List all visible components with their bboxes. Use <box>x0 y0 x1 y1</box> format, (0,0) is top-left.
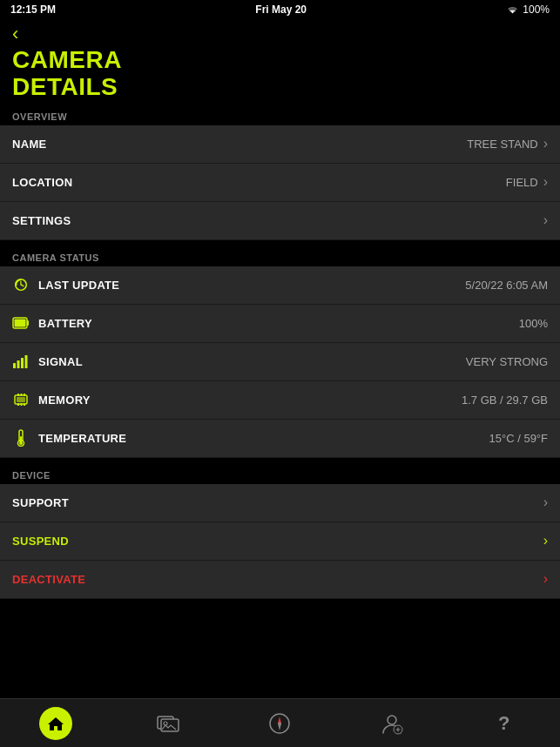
status-time: 12:15 PM <box>10 3 56 16</box>
location-label: LOCATION <box>12 176 72 189</box>
battery-text: 100% <box>523 3 550 16</box>
temperature-left: TEMPERATURE <box>12 429 126 447</box>
signal-value: VERY STRONG <box>466 355 548 368</box>
support-chevron-icon: › <box>543 495 548 510</box>
home-icon <box>39 707 72 740</box>
battery-left: BATTERY <box>12 314 92 332</box>
name-value: TREE STAND › <box>467 136 548 151</box>
name-row[interactable]: NAME TREE STAND › <box>0 125 560 164</box>
nav-home[interactable] <box>0 699 112 747</box>
svg-rect-4 <box>15 320 26 327</box>
nav-compass[interactable] <box>224 699 336 747</box>
name-row-left: NAME <box>12 138 46 151</box>
history-icon <box>12 276 30 293</box>
nav-account[interactable] <box>336 699 449 747</box>
svg-rect-7 <box>21 358 24 368</box>
signal-left: SIGNAL <box>12 353 83 370</box>
last-update-value: 5/20/22 6:05 AM <box>465 279 548 292</box>
status-date: Fri May 20 <box>255 3 307 16</box>
memory-label: MEMORY <box>38 394 91 407</box>
settings-row[interactable]: SETTINGS › <box>0 202 560 240</box>
account-icon <box>380 711 404 736</box>
svg-rect-6 <box>17 360 20 368</box>
suspend-label: SUSPEND <box>12 535 69 548</box>
suspend-row[interactable]: SUSPEND › <box>0 522 560 561</box>
signal-icon <box>12 353 30 370</box>
temperature-value: 15°C / 59°F <box>489 432 548 445</box>
svg-rect-11 <box>21 394 23 396</box>
settings-label: SETTINGS <box>12 214 71 227</box>
battery-icon <box>12 314 30 332</box>
page-title: CAMERADETAILS <box>12 47 548 101</box>
gap-2 <box>0 458 560 465</box>
location-row-left: LOCATION <box>12 176 72 189</box>
name-label: NAME <box>12 138 46 151</box>
svg-rect-5 <box>13 363 16 368</box>
last-update-left: LAST UPDATE <box>12 276 119 293</box>
signal-label: SIGNAL <box>38 355 83 368</box>
device-section-label: DEVICE <box>0 465 560 484</box>
memory-row: MEMORY 1.7 GB / 29.7 GB <box>0 381 560 420</box>
battery-label: BATTERY <box>38 317 92 330</box>
settings-chevron-icon: › <box>543 212 548 228</box>
deactivate-label: DEACTIVATE <box>12 573 85 586</box>
battery-row: BATTERY 100% <box>0 305 560 343</box>
svg-point-20 <box>19 441 23 445</box>
svg-rect-14 <box>21 403 23 406</box>
memory-value: 1.7 GB / 29.7 GB <box>462 394 548 407</box>
deactivate-chevron-icon: › <box>543 571 548 587</box>
last-update-row: LAST UPDATE 5/20/22 6:05 AM <box>0 266 560 305</box>
suspend-chevron-icon: › <box>543 533 548 548</box>
status-right: 100% <box>506 3 550 16</box>
location-row[interactable]: LOCATION FIELD › <box>0 164 560 202</box>
battery-value: 100% <box>519 317 548 330</box>
last-update-label: LAST UPDATE <box>38 279 119 292</box>
svg-rect-13 <box>17 403 19 406</box>
settings-row-left: SETTINGS <box>12 214 71 227</box>
back-button[interactable]: ‹ <box>12 24 548 44</box>
memory-icon <box>12 391 30 408</box>
svg-rect-16 <box>17 397 25 402</box>
deactivate-row[interactable]: DEACTIVATE › <box>0 561 560 599</box>
compass-icon <box>267 711 292 736</box>
nav-help[interactable]: ? <box>448 699 560 747</box>
support-row[interactable]: SUPPORT › <box>0 484 560 522</box>
camera-status-section-label: CAMERA STATUS <box>0 247 560 266</box>
thermometer-icon <box>12 429 30 447</box>
name-chevron-icon: › <box>543 136 548 151</box>
help-label: ? <box>498 712 509 735</box>
gallery-icon <box>156 711 180 736</box>
nav-gallery[interactable] <box>112 699 225 747</box>
signal-row: SIGNAL VERY STRONG <box>0 343 560 381</box>
temperature-label: TEMPERATURE <box>38 432 126 445</box>
svg-rect-3 <box>27 320 29 326</box>
status-bar: 12:15 PM Fri May 20 100% <box>0 0 560 19</box>
memory-left: MEMORY <box>12 391 91 408</box>
location-value: FIELD › <box>506 174 548 190</box>
svg-point-28 <box>388 716 396 724</box>
svg-rect-8 <box>25 355 28 368</box>
bottom-nav: ? <box>0 698 560 747</box>
header: ‹ CAMERADETAILS <box>0 19 560 106</box>
temperature-row: TEMPERATURE 15°C / 59°F <box>0 420 560 458</box>
wifi-icon <box>506 4 519 15</box>
svg-rect-10 <box>17 394 19 396</box>
svg-rect-15 <box>24 403 25 406</box>
svg-rect-12 <box>24 394 25 396</box>
overview-section-label: OVERVIEW <box>0 106 560 125</box>
settings-value: › <box>543 212 548 228</box>
gap-1 <box>0 240 560 247</box>
back-chevron-icon: ‹ <box>12 24 18 44</box>
support-label: SUPPORT <box>12 496 69 509</box>
location-chevron-icon: › <box>543 174 548 190</box>
